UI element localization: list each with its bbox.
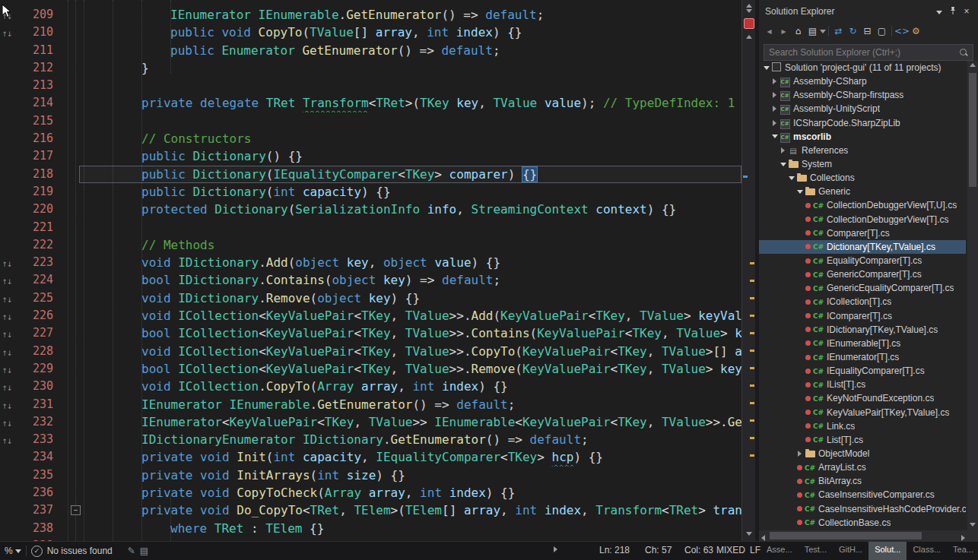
line-number[interactable]: 236 xyxy=(14,484,58,501)
line-number[interactable]: 234 xyxy=(14,448,58,466)
code-text[interactable]: bool ICollection<KeyValuePair<TKey, TVal… xyxy=(79,360,741,378)
tree-item-genericequalitycomparer-t-cs[interactable]: C#GenericEqualityComparer[T].cs xyxy=(759,281,966,295)
chevron-collapsed-icon[interactable] xyxy=(773,92,776,98)
collapse-all-icon[interactable]: ⊟ xyxy=(860,24,875,39)
tree-item-keynotfoundexception-cs[interactable]: C#KeyNotFoundException.cs xyxy=(759,391,966,405)
glyph-margin[interactable] xyxy=(0,183,14,201)
glyph-margin[interactable] xyxy=(0,201,14,218)
tree-item-idictionary-tkey-tvalue-cs[interactable]: C#IDictionary[TKey,TValue].cs xyxy=(759,323,966,337)
line-number[interactable]: 237 xyxy=(14,501,58,519)
outlining-margin[interactable] xyxy=(58,112,79,130)
glyph-margin[interactable] xyxy=(0,448,14,466)
outlining-margin[interactable] xyxy=(58,147,79,165)
search-input[interactable]: Search Solution Explorer (Ctrl+;) xyxy=(764,44,973,61)
outlining-margin[interactable] xyxy=(58,201,79,218)
code-line-216[interactable]: 216// Constructors xyxy=(0,130,741,147)
tab-asse[interactable]: Asse... xyxy=(760,542,799,560)
glyph-margin[interactable] xyxy=(0,166,14,183)
chevron-down-icon[interactable] xyxy=(820,30,826,33)
line-number[interactable]: 213 xyxy=(14,77,58,94)
line-number[interactable]: 238 xyxy=(14,520,58,537)
code-text[interactable]: } xyxy=(79,59,741,77)
code-text[interactable]: public Dictionary() {} xyxy=(79,147,741,165)
code-line-221[interactable]: 221 xyxy=(0,219,741,236)
tree-item-assembly-csharp[interactable]: C#Assembly-CSharp xyxy=(759,74,966,88)
code-text[interactable]: private void InitArrays(int size) {} xyxy=(79,467,741,484)
tree-item-ilist-t-cs[interactable]: C#IList[T].cs xyxy=(759,378,966,391)
code-line-214[interactable]: 214private delegate TRet Transform<TRet>… xyxy=(0,94,741,112)
tree-item-icollection-t-cs[interactable]: C#ICollection[T].cs xyxy=(759,295,966,308)
code-text[interactable]: protected Dictionary(SerializationInfo i… xyxy=(79,201,741,218)
outlining-margin[interactable] xyxy=(58,183,79,201)
code-line-233[interactable]: ↑↓233IDictionaryEnumerator IDictionary.G… xyxy=(0,431,741,448)
line-number[interactable]: 210 xyxy=(14,24,58,41)
line-number[interactable]: 223 xyxy=(14,254,58,271)
code-text[interactable]: public Dictionary(int capacity) {} xyxy=(79,183,741,201)
line-number[interactable]: 221 xyxy=(14,219,58,236)
code-line-237[interactable]: 237private void Do_CopyTo<TRet, TElem>(T… xyxy=(0,501,741,519)
code-line-213[interactable]: 213 xyxy=(0,77,741,94)
tree-item-assembly-unityscript[interactable]: C#Assembly-UnityScript xyxy=(759,102,966,115)
line-number[interactable]: 211 xyxy=(14,42,58,59)
show-all-files-icon[interactable]: ▢ xyxy=(875,24,889,39)
navigate-back-icon[interactable]: ◂ xyxy=(762,24,776,39)
tree-horizontal-scrollbar[interactable] xyxy=(759,530,967,541)
code-line-220[interactable]: 220protected Dictionary(SerializationInf… xyxy=(0,201,741,218)
tree-item-generic[interactable]: Generic xyxy=(759,185,966,198)
tree-item-ienumerator-t-cs[interactable]: C#IEnumerator[T].cs xyxy=(759,350,966,364)
line-number[interactable]: 222 xyxy=(14,236,58,254)
glyph-margin[interactable]: ↑↓ xyxy=(0,307,14,324)
tree-item-collectiondebuggerview-t-cs[interactable]: C#CollectionDebuggerView[T].cs xyxy=(759,213,966,226)
code-line-225[interactable]: ↑↓225void IDictionary.Remove(object key)… xyxy=(0,289,741,307)
code-text[interactable]: void ICollection<KeyValuePair<TKey, TVal… xyxy=(79,307,741,324)
chevron-collapsed-icon[interactable] xyxy=(781,147,785,153)
outlining-margin[interactable] xyxy=(58,166,79,183)
line-number[interactable]: 225 xyxy=(14,289,58,307)
tree-item-solution-project-gui-11-of-11-projects[interactable]: Solution 'project-gui' (11 of 11 project… xyxy=(759,61,966,74)
code-line-227[interactable]: ↑↓227bool ICollection<KeyValuePair<TKey,… xyxy=(0,324,741,342)
line-number[interactable]: 216 xyxy=(14,130,58,147)
glyph-margin[interactable] xyxy=(0,112,14,130)
code-text[interactable]: void ICollection.CopyTo(Array array, int… xyxy=(79,378,741,395)
outlining-margin[interactable] xyxy=(58,130,79,147)
outlining-margin[interactable] xyxy=(58,467,79,484)
outlining-margin[interactable] xyxy=(58,378,79,395)
outlining-margin[interactable] xyxy=(58,307,79,324)
tree-vertical-scrollbar[interactable] xyxy=(967,61,978,530)
glyph-margin[interactable]: ↑↓ xyxy=(0,378,14,395)
code-text[interactable]: private delegate TRet Transform<TRet>(TK… xyxy=(79,94,741,112)
line-number[interactable]: 228 xyxy=(14,343,58,360)
code-text[interactable]: IEnumerator IEnumerable.GetEnumerator() … xyxy=(79,396,741,413)
code-text[interactable]: // Constructors xyxy=(79,130,741,147)
tree-item-system[interactable]: System xyxy=(759,157,966,171)
tree-item-icsharpcode-sharpziplib[interactable]: C#ICSharpCode.SharpZipLib xyxy=(759,116,966,130)
line-number[interactable]: 227 xyxy=(14,324,58,342)
outlining-margin[interactable] xyxy=(58,520,79,537)
sync-with-active-document-icon[interactable]: ⇄ xyxy=(831,24,846,39)
chevron-expanded-icon[interactable] xyxy=(764,66,770,70)
line-number[interactable]: 214 xyxy=(14,94,58,112)
fold-collapse-box[interactable]: − xyxy=(71,505,81,515)
code-text[interactable]: void IDictionary.Add(object key, object … xyxy=(79,254,741,271)
glyph-margin[interactable]: ↑↓ xyxy=(0,431,14,448)
code-line-238[interactable]: 238where TRet : TElem {} xyxy=(0,520,741,537)
code-line-223[interactable]: ↑↓223void IDictionary.Add(object key, ob… xyxy=(0,254,741,271)
chevron-collapsed-icon[interactable] xyxy=(798,451,802,457)
line-number[interactable]: 226 xyxy=(14,307,58,324)
glyph-margin[interactable]: ↑↓ xyxy=(0,413,14,431)
code-text[interactable]: where TRet : TElem {} xyxy=(79,520,741,537)
tree-item-bitarray-cs[interactable]: C#BitArray.cs xyxy=(759,474,966,488)
glyph-margin[interactable] xyxy=(0,520,14,537)
code-line-211[interactable]: 211public Enumerator GetEnumerator() => … xyxy=(0,42,741,59)
outlining-margin[interactable] xyxy=(58,431,79,448)
code-text[interactable]: IEnumerator IEnumerable.GetEnumerator() … xyxy=(79,6,741,24)
line-number[interactable]: 219 xyxy=(14,183,58,201)
view-code-icon[interactable]: <> xyxy=(894,24,909,39)
code-text[interactable]: bool ICollection<KeyValuePair<TKey, TVal… xyxy=(79,324,741,342)
line-number[interactable]: 224 xyxy=(14,271,58,289)
outlining-margin[interactable] xyxy=(58,324,79,342)
code-text[interactable]: bool IDictionary.Contains(object key) =>… xyxy=(79,271,741,289)
outlining-margin[interactable] xyxy=(58,6,79,24)
outlining-margin[interactable] xyxy=(58,360,79,378)
glyph-margin[interactable] xyxy=(0,236,14,254)
